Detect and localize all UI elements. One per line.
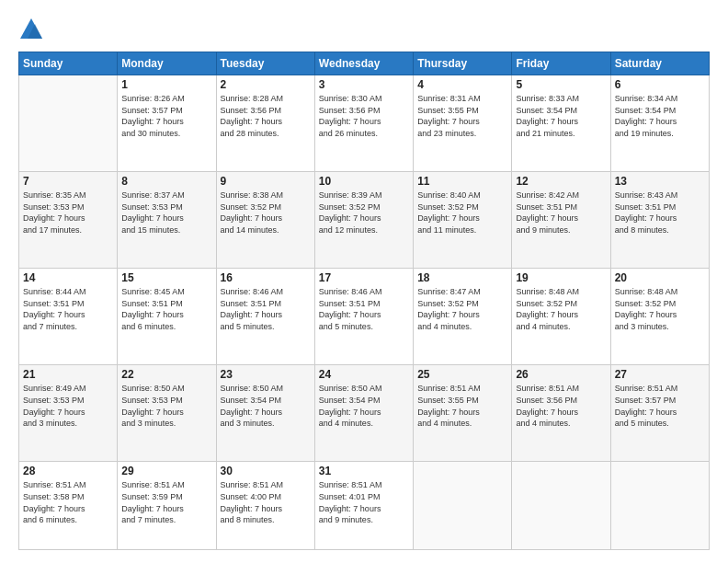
day-number: 18 — [417, 271, 507, 284]
calendar-cell: 26Sunrise: 8:51 AMSunset: 3:56 PMDayligh… — [512, 365, 610, 462]
calendar-cell: 16Sunrise: 8:46 AMSunset: 3:51 PMDayligh… — [216, 269, 314, 365]
day-number: 11 — [417, 175, 507, 188]
day-info: Sunrise: 8:51 AMSunset: 3:55 PMDaylight:… — [417, 383, 507, 429]
calendar-cell: 12Sunrise: 8:42 AMSunset: 3:51 PMDayligh… — [512, 172, 610, 269]
day-info: Sunrise: 8:33 AMSunset: 3:54 PMDaylight:… — [516, 93, 606, 139]
day-info: Sunrise: 8:38 AMSunset: 3:52 PMDaylight:… — [221, 190, 311, 236]
calendar-cell: 30Sunrise: 8:51 AMSunset: 4:00 PMDayligh… — [216, 462, 314, 550]
calendar-cell: 15Sunrise: 8:45 AMSunset: 3:51 PMDayligh… — [118, 269, 216, 365]
calendar-cell: 1Sunrise: 8:26 AMSunset: 3:57 PMDaylight… — [118, 75, 216, 172]
day-number: 5 — [516, 78, 606, 91]
weekday-header: Wednesday — [314, 52, 413, 75]
calendar-cell: 9Sunrise: 8:38 AMSunset: 3:52 PMDaylight… — [216, 172, 314, 269]
calendar-cell: 8Sunrise: 8:37 AMSunset: 3:53 PMDaylight… — [118, 172, 216, 269]
calendar-cell — [610, 462, 709, 550]
weekday-header: Thursday — [414, 52, 512, 75]
day-info: Sunrise: 8:34 AMSunset: 3:54 PMDaylight:… — [615, 93, 705, 139]
calendar-week-row: 28Sunrise: 8:51 AMSunset: 3:58 PMDayligh… — [19, 462, 710, 550]
page: SundayMondayTuesdayWednesdayThursdayFrid… — [0, 0, 728, 563]
day-number: 15 — [121, 271, 211, 284]
day-info: Sunrise: 8:51 AMSunset: 4:00 PMDaylight:… — [221, 479, 311, 525]
day-info: Sunrise: 8:46 AMSunset: 3:51 PMDaylight:… — [221, 286, 311, 332]
calendar-cell: 19Sunrise: 8:48 AMSunset: 3:52 PMDayligh… — [512, 269, 610, 365]
calendar-cell: 20Sunrise: 8:48 AMSunset: 3:52 PMDayligh… — [610, 269, 709, 365]
day-number: 14 — [23, 271, 113, 284]
day-number: 27 — [615, 368, 705, 381]
calendar-week-row: 1Sunrise: 8:26 AMSunset: 3:57 PMDaylight… — [19, 75, 710, 172]
day-info: Sunrise: 8:51 AMSunset: 3:56 PMDaylight:… — [516, 383, 606, 429]
day-info: Sunrise: 8:51 AMSunset: 3:59 PMDaylight:… — [121, 479, 211, 525]
day-info: Sunrise: 8:47 AMSunset: 3:52 PMDaylight:… — [417, 286, 507, 332]
day-info: Sunrise: 8:51 AMSunset: 3:57 PMDaylight:… — [615, 383, 705, 429]
weekday-header-row: SundayMondayTuesdayWednesdayThursdayFrid… — [19, 52, 710, 75]
calendar-cell: 7Sunrise: 8:35 AMSunset: 3:53 PMDaylight… — [19, 172, 118, 269]
header — [18, 17, 710, 42]
day-number: 8 — [121, 175, 211, 188]
day-number: 6 — [615, 78, 705, 91]
day-number: 31 — [319, 465, 409, 477]
calendar-cell — [512, 462, 610, 550]
day-info: Sunrise: 8:51 AMSunset: 3:58 PMDaylight:… — [23, 479, 113, 525]
calendar-cell: 3Sunrise: 8:30 AMSunset: 3:56 PMDaylight… — [314, 75, 413, 172]
calendar-cell: 24Sunrise: 8:50 AMSunset: 3:54 PMDayligh… — [314, 365, 413, 462]
day-info: Sunrise: 8:31 AMSunset: 3:55 PMDaylight:… — [417, 93, 507, 139]
day-info: Sunrise: 8:48 AMSunset: 3:52 PMDaylight:… — [516, 286, 606, 332]
day-number: 3 — [319, 78, 409, 91]
day-number: 19 — [516, 271, 606, 284]
day-number: 23 — [221, 368, 311, 381]
day-info: Sunrise: 8:44 AMSunset: 3:51 PMDaylight:… — [23, 286, 113, 332]
calendar-cell: 5Sunrise: 8:33 AMSunset: 3:54 PMDaylight… — [512, 75, 610, 172]
day-info: Sunrise: 8:50 AMSunset: 3:53 PMDaylight:… — [121, 383, 211, 429]
day-number: 24 — [319, 368, 409, 381]
day-number: 22 — [121, 368, 211, 381]
calendar: SundayMondayTuesdayWednesdayThursdayFrid… — [18, 52, 710, 550]
day-number: 10 — [319, 175, 409, 188]
calendar-cell: 21Sunrise: 8:49 AMSunset: 3:53 PMDayligh… — [19, 365, 118, 462]
weekday-header: Friday — [512, 52, 610, 75]
day-number: 7 — [23, 175, 113, 188]
day-number: 20 — [615, 271, 705, 284]
weekday-header: Saturday — [610, 52, 709, 75]
day-info: Sunrise: 8:50 AMSunset: 3:54 PMDaylight:… — [221, 383, 311, 429]
day-number: 21 — [23, 368, 113, 381]
day-info: Sunrise: 8:51 AMSunset: 4:01 PMDaylight:… — [319, 479, 409, 525]
day-info: Sunrise: 8:30 AMSunset: 3:56 PMDaylight:… — [319, 93, 409, 139]
day-info: Sunrise: 8:48 AMSunset: 3:52 PMDaylight:… — [615, 286, 705, 332]
day-number: 26 — [516, 368, 606, 381]
day-info: Sunrise: 8:37 AMSunset: 3:53 PMDaylight:… — [121, 190, 211, 236]
calendar-cell — [414, 462, 512, 550]
calendar-cell: 25Sunrise: 8:51 AMSunset: 3:55 PMDayligh… — [414, 365, 512, 462]
calendar-week-row: 7Sunrise: 8:35 AMSunset: 3:53 PMDaylight… — [19, 172, 710, 269]
day-info: Sunrise: 8:43 AMSunset: 3:51 PMDaylight:… — [615, 190, 705, 236]
calendar-cell: 2Sunrise: 8:28 AMSunset: 3:56 PMDaylight… — [216, 75, 314, 172]
calendar-cell: 10Sunrise: 8:39 AMSunset: 3:52 PMDayligh… — [314, 172, 413, 269]
day-info: Sunrise: 8:39 AMSunset: 3:52 PMDaylight:… — [319, 190, 409, 236]
day-number: 13 — [615, 175, 705, 188]
calendar-cell: 11Sunrise: 8:40 AMSunset: 3:52 PMDayligh… — [414, 172, 512, 269]
day-number: 16 — [221, 271, 311, 284]
weekday-header: Monday — [118, 52, 216, 75]
day-info: Sunrise: 8:35 AMSunset: 3:53 PMDaylight:… — [23, 190, 113, 236]
calendar-cell: 14Sunrise: 8:44 AMSunset: 3:51 PMDayligh… — [19, 269, 118, 365]
calendar-week-row: 21Sunrise: 8:49 AMSunset: 3:53 PMDayligh… — [19, 365, 710, 462]
day-number: 28 — [23, 465, 113, 477]
calendar-cell: 23Sunrise: 8:50 AMSunset: 3:54 PMDayligh… — [216, 365, 314, 462]
calendar-week-row: 14Sunrise: 8:44 AMSunset: 3:51 PMDayligh… — [19, 269, 710, 365]
calendar-cell: 22Sunrise: 8:50 AMSunset: 3:53 PMDayligh… — [118, 365, 216, 462]
calendar-cell: 13Sunrise: 8:43 AMSunset: 3:51 PMDayligh… — [610, 172, 709, 269]
day-info: Sunrise: 8:26 AMSunset: 3:57 PMDaylight:… — [121, 93, 211, 139]
calendar-cell: 28Sunrise: 8:51 AMSunset: 3:58 PMDayligh… — [19, 462, 118, 550]
day-number: 2 — [221, 78, 311, 91]
calendar-cell: 27Sunrise: 8:51 AMSunset: 3:57 PMDayligh… — [610, 365, 709, 462]
calendar-cell: 6Sunrise: 8:34 AMSunset: 3:54 PMDaylight… — [610, 75, 709, 172]
day-info: Sunrise: 8:49 AMSunset: 3:53 PMDaylight:… — [23, 383, 113, 429]
weekday-header: Sunday — [19, 52, 118, 75]
calendar-cell — [19, 75, 118, 172]
day-info: Sunrise: 8:28 AMSunset: 3:56 PMDaylight:… — [221, 93, 311, 139]
day-number: 12 — [516, 175, 606, 188]
calendar-cell: 18Sunrise: 8:47 AMSunset: 3:52 PMDayligh… — [414, 269, 512, 365]
calendar-cell: 29Sunrise: 8:51 AMSunset: 3:59 PMDayligh… — [118, 462, 216, 550]
day-info: Sunrise: 8:50 AMSunset: 3:54 PMDaylight:… — [319, 383, 409, 429]
weekday-header: Tuesday — [216, 52, 314, 75]
day-number: 29 — [121, 465, 211, 477]
